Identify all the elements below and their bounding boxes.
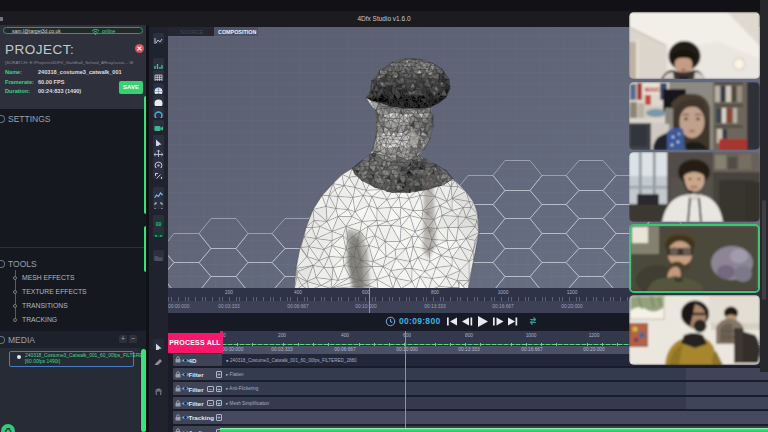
svg-text:0.0: 0.0 [155, 233, 163, 236]
svg-text:00: 00 [156, 221, 162, 225]
